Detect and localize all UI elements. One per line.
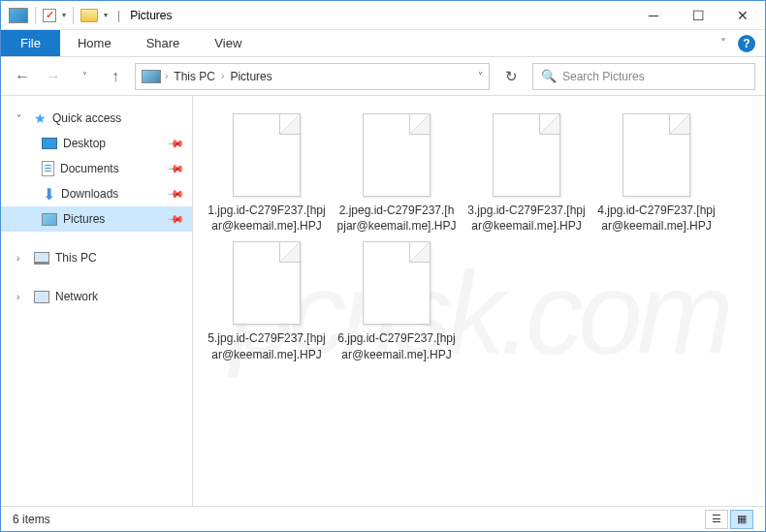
sidebar-label: Quick access bbox=[52, 111, 121, 125]
pc-icon bbox=[34, 252, 49, 265]
icons-view-button[interactable]: ▦ bbox=[730, 510, 753, 529]
file-name: 2.jpeg.id-C279F237.[hpjar@keemail.me].HP… bbox=[335, 203, 459, 234]
sidebar-label: Network bbox=[55, 290, 98, 303]
tab-share[interactable]: Share bbox=[129, 30, 198, 56]
pin-icon: 📌 bbox=[166, 184, 184, 203]
qat-dropdown-icon[interactable]: ▾ bbox=[62, 11, 66, 19]
search-input[interactable]: 🔍 Search Pictures bbox=[532, 63, 755, 90]
tab-view[interactable]: View bbox=[197, 30, 259, 56]
file-icon bbox=[363, 113, 431, 197]
sidebar-label: Pictures bbox=[63, 212, 105, 226]
titlebar-left: ✓ ▾ ▾ | Pictures bbox=[1, 7, 172, 24]
main: ˅ ★ Quick access Desktop 📌 Documents 📌 ⬇… bbox=[1, 96, 765, 529]
expand-icon[interactable]: › bbox=[16, 253, 28, 264]
file-name: 1.jpg.id-C279F237.[hpjar@keemail.me].HPJ bbox=[205, 203, 329, 234]
window-title: Pictures bbox=[130, 9, 172, 22]
file-icon bbox=[363, 241, 431, 325]
sidebar: ˅ ★ Quick access Desktop 📌 Documents 📌 ⬇… bbox=[1, 96, 193, 529]
ribbon: File Home Share View ˅ ? bbox=[1, 30, 765, 57]
file-name: 3.jpg.id-C279F237.[hpjar@keemail.me].HPJ bbox=[464, 203, 589, 234]
forward-button[interactable]: → bbox=[42, 65, 65, 88]
document-icon bbox=[42, 161, 54, 176]
star-icon: ★ bbox=[34, 110, 47, 126]
file-name: 4.jpg.id-C279F237.[hpjar@keemail.me].HPJ bbox=[594, 203, 718, 234]
separator bbox=[73, 7, 74, 24]
breadcrumb[interactable]: › This PC › Pictures ˅ bbox=[135, 63, 490, 90]
collapse-icon[interactable]: ˅ bbox=[16, 113, 28, 124]
pin-icon: 📌 bbox=[166, 159, 184, 177]
pictures-icon bbox=[42, 213, 57, 226]
sidebar-item-thispc[interactable]: › This PC bbox=[1, 245, 192, 270]
sidebar-item-downloads[interactable]: ⬇ Downloads 📌 bbox=[1, 181, 192, 206]
sidebar-item-quickaccess[interactable]: ˅ ★ Quick access bbox=[1, 106, 192, 131]
recent-dropdown-icon[interactable]: ˅ bbox=[73, 65, 96, 88]
back-button[interactable]: ← bbox=[11, 65, 34, 88]
sidebar-label: This PC bbox=[55, 251, 97, 265]
sidebar-item-network[interactable]: › Network bbox=[1, 284, 192, 309]
file-item[interactable]: 5.jpg.id-C279F237.[hpjar@keemail.me].HPJ bbox=[205, 241, 329, 361]
expand-icon[interactable]: › bbox=[16, 292, 28, 302]
status-text: 6 items bbox=[13, 513, 50, 526]
navbar: ← → ˅ ↑ › This PC › Pictures ˅ ↻ 🔍 Searc… bbox=[1, 57, 765, 96]
breadcrumb-root[interactable]: This PC bbox=[172, 70, 217, 83]
file-item[interactable]: 4.jpg.id-C279F237.[hpjar@keemail.me].HPJ bbox=[594, 113, 718, 234]
window-controls: ─ ☐ ✕ bbox=[631, 1, 765, 30]
file-name: 6.jpg.id-C279F237.[hpjar@keemail.me].HPJ bbox=[335, 330, 459, 361]
chevron-right-icon[interactable]: › bbox=[165, 71, 168, 81]
sidebar-item-documents[interactable]: Documents 📌 bbox=[1, 156, 192, 181]
file-icon bbox=[233, 113, 301, 197]
file-name: 5.jpg.id-C279F237.[hpjar@keemail.me].HPJ bbox=[205, 330, 329, 361]
sidebar-item-desktop[interactable]: Desktop 📌 bbox=[1, 131, 192, 156]
pin-icon: 📌 bbox=[166, 209, 184, 228]
properties-icon[interactable]: ✓ bbox=[43, 9, 56, 22]
sidebar-label: Downloads bbox=[61, 187, 118, 201]
separator bbox=[35, 7, 36, 24]
file-item[interactable]: 3.jpg.id-C279F237.[hpjar@keemail.me].HPJ bbox=[464, 113, 589, 234]
file-grid[interactable]: pcrisk.com 1.jpg.id-C279F237.[hpjar@keem… bbox=[193, 96, 765, 529]
file-item[interactable]: 1.jpg.id-C279F237.[hpjar@keemail.me].HPJ bbox=[205, 113, 329, 234]
file-item[interactable]: 6.jpg.id-C279F237.[hpjar@keemail.me].HPJ bbox=[335, 241, 459, 361]
sidebar-label: Desktop bbox=[63, 137, 106, 150]
ribbon-right: ˅ ? bbox=[720, 30, 765, 56]
chevron-down-icon[interactable]: ▾ bbox=[104, 11, 108, 19]
refresh-button[interactable]: ↻ bbox=[497, 63, 525, 90]
up-button[interactable]: ↑ bbox=[104, 65, 127, 88]
app-icon[interactable] bbox=[9, 8, 28, 23]
sidebar-label: Documents bbox=[60, 162, 119, 175]
file-item[interactable]: 2.jpeg.id-C279F237.[hpjar@keemail.me].HP… bbox=[335, 113, 459, 234]
tab-home[interactable]: Home bbox=[60, 30, 129, 56]
view-switcher: ☰ ▦ bbox=[705, 510, 753, 529]
title-separator: | bbox=[117, 9, 120, 22]
sidebar-item-pictures[interactable]: Pictures 📌 bbox=[1, 206, 192, 232]
help-icon[interactable]: ? bbox=[738, 35, 755, 52]
desktop-icon bbox=[42, 138, 57, 149]
breadcrumb-current[interactable]: Pictures bbox=[228, 70, 273, 83]
minimize-button[interactable]: ─ bbox=[631, 1, 676, 30]
tab-file[interactable]: File bbox=[1, 30, 60, 56]
file-icon bbox=[233, 241, 301, 325]
file-icon bbox=[622, 113, 690, 197]
search-icon: 🔍 bbox=[541, 69, 557, 83]
location-icon bbox=[142, 70, 161, 83]
chevron-right-icon[interactable]: › bbox=[221, 71, 224, 81]
download-icon: ⬇ bbox=[42, 187, 55, 201]
breadcrumb-dropdown-icon[interactable]: ˅ bbox=[478, 71, 483, 81]
folder-icon bbox=[80, 9, 98, 22]
details-view-button[interactable]: ☰ bbox=[705, 510, 728, 529]
statusbar: 6 items ☰ ▦ bbox=[1, 506, 765, 531]
maximize-button[interactable]: ☐ bbox=[676, 1, 720, 30]
file-icon bbox=[493, 113, 560, 197]
expand-ribbon-icon[interactable]: ˅ bbox=[720, 37, 726, 50]
network-icon bbox=[34, 291, 49, 303]
close-button[interactable]: ✕ bbox=[720, 1, 765, 30]
titlebar: ✓ ▾ ▾ | Pictures ─ ☐ ✕ bbox=[1, 1, 765, 30]
pin-icon: 📌 bbox=[166, 134, 184, 152]
search-placeholder: Search Pictures bbox=[562, 70, 645, 83]
